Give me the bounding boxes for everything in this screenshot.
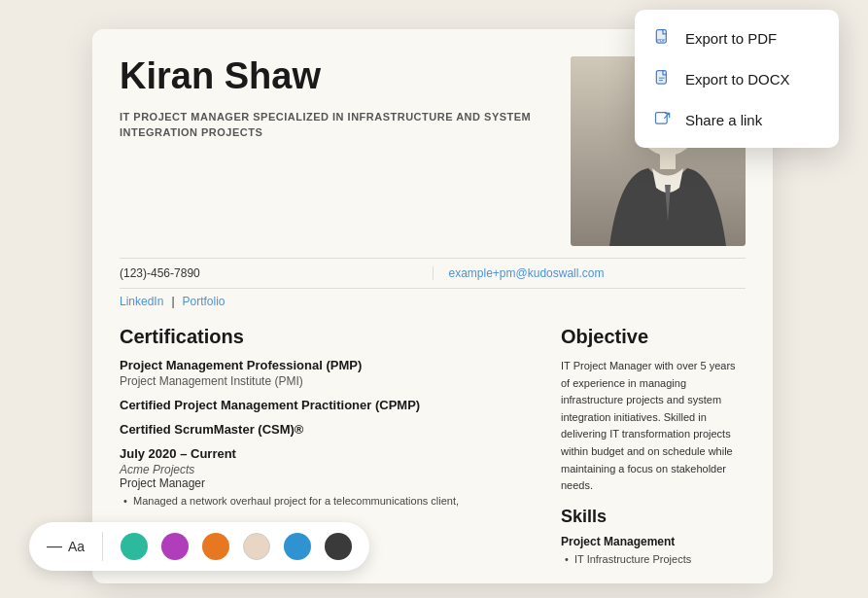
svg-rect-12 bbox=[656, 71, 666, 84]
candidate-name: Kiran Shaw bbox=[120, 56, 551, 97]
color-swatch-teal[interactable] bbox=[121, 533, 148, 560]
links-separator: | bbox=[171, 295, 174, 308]
share-icon bbox=[652, 109, 674, 130]
links-row: LinkedIn | Portfolio bbox=[92, 289, 773, 318]
export-pdf-item[interactable]: PDF Export to PDF bbox=[635, 18, 839, 58]
cert-2-title: Certified Project Management Practitione… bbox=[120, 398, 530, 412]
svg-rect-9 bbox=[660, 152, 676, 169]
dropdown-menu: PDF Export to PDF Export to DOCX bbox=[635, 10, 839, 148]
body-right: Objective IT Project Manager with over 5… bbox=[561, 318, 746, 567]
cert-3-title: Certified ScrumMaster (CSM)® bbox=[120, 422, 530, 437]
main-container: Kiran Shaw IT PROJECT MANAGER SPECIALIZE… bbox=[0, 0, 868, 598]
contact-row: (123)-456-7890 example+pm@kudoswall.com bbox=[120, 258, 746, 289]
toolbar-divider bbox=[102, 532, 103, 561]
export-pdf-label: Export to PDF bbox=[685, 30, 777, 47]
skills-title: Skills bbox=[561, 507, 746, 527]
cert-1-org: Project Management Institute (PMI) bbox=[120, 374, 530, 388]
skill-item: IT Infrastructure Projects bbox=[561, 551, 746, 568]
docx-icon bbox=[652, 68, 674, 89]
header-left: Kiran Shaw IT PROJECT MANAGER SPECIALIZE… bbox=[120, 56, 571, 246]
font-dash: — bbox=[47, 538, 62, 555]
objective-text: IT Project Manager with over 5 years of … bbox=[561, 358, 746, 495]
pdf-icon: PDF bbox=[652, 27, 674, 49]
font-color-toolbar: — Aa bbox=[29, 522, 369, 571]
objective-title: Objective bbox=[561, 326, 746, 348]
font-label: Aa bbox=[68, 539, 85, 554]
candidate-title: IT PROJECT MANAGER SPECIALIZED IN INFRAS… bbox=[120, 109, 551, 141]
job-role: Project Manager bbox=[120, 476, 530, 490]
job-bullet: Managed a network overhaul project for a… bbox=[120, 494, 530, 509]
font-size-control: — Aa bbox=[47, 538, 85, 555]
linkedin-link[interactable]: LinkedIn bbox=[120, 295, 163, 308]
color-swatch-nude[interactable] bbox=[243, 533, 270, 560]
certifications-title: Certifications bbox=[120, 326, 530, 348]
job-company: Acme Projects bbox=[120, 463, 530, 476]
export-docx-item[interactable]: Export to DOCX bbox=[635, 58, 839, 99]
color-swatch-blue[interactable] bbox=[284, 533, 311, 560]
share-link-label: Share a link bbox=[685, 112, 762, 128]
color-swatch-purple[interactable] bbox=[161, 533, 189, 560]
svg-text:PDF: PDF bbox=[657, 38, 666, 43]
job-date: July 2020 – Current bbox=[120, 446, 530, 461]
color-swatch-orange[interactable] bbox=[202, 533, 229, 560]
share-link-item[interactable]: Share a link bbox=[635, 99, 839, 140]
contact-phone: (123)-456-7890 bbox=[120, 266, 434, 280]
color-swatch-dark[interactable] bbox=[325, 533, 352, 560]
export-docx-label: Export to DOCX bbox=[685, 71, 790, 88]
cert-1-title: Project Management Professional (PMP) bbox=[120, 358, 530, 372]
portfolio-link[interactable]: Portfolio bbox=[183, 295, 226, 308]
skill-category: Project Management bbox=[561, 535, 746, 548]
contact-email[interactable]: example+pm@kudoswall.com bbox=[434, 266, 746, 280]
